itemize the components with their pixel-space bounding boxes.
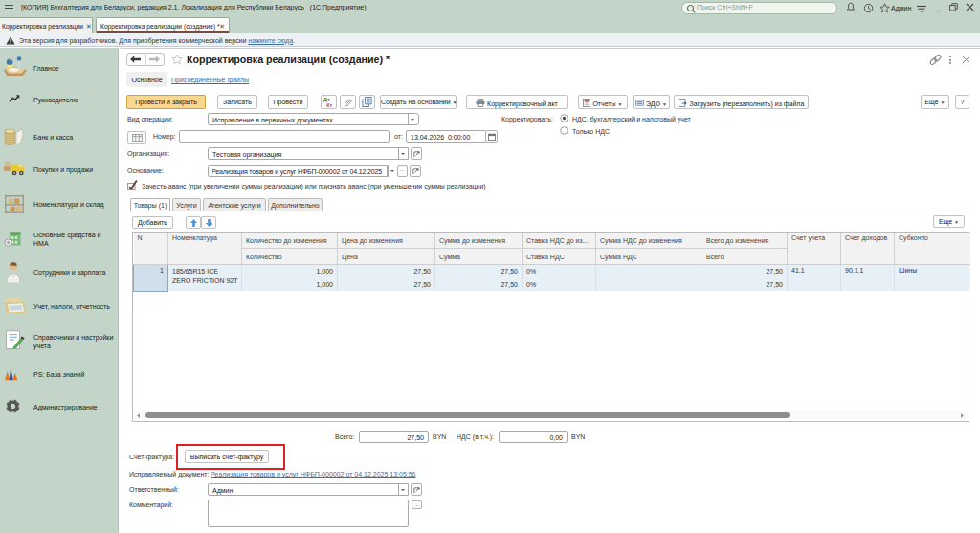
- svg-text:Кт: Кт: [326, 102, 332, 107]
